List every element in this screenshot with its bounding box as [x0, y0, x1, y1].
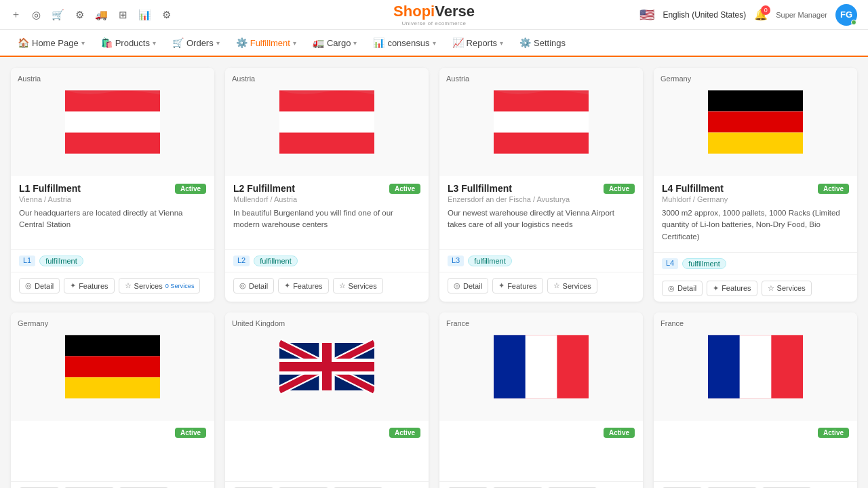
features-button[interactable]: ✦ Features	[707, 281, 757, 296]
svg-rect-5	[494, 111, 589, 132]
status-badge: Active	[818, 184, 849, 194]
card-flag-wrapper: France	[654, 312, 857, 421]
card-flag-wrapper: United Kingdom	[225, 312, 429, 421]
cards-grid: Austria L1 Fulfillment Active Vienna / A…	[11, 68, 857, 488]
card-flag-wrapper: Germany	[11, 312, 214, 421]
nav-products[interactable]: 🛍️ Products ▾	[94, 30, 163, 57]
nav-cargo[interactable]: 🚛 Cargo ▾	[306, 30, 363, 57]
circle-icon[interactable]: ◎	[32, 9, 41, 21]
card-country: Austria	[18, 75, 41, 83]
detail-button[interactable]: ◎ Detail	[662, 281, 703, 296]
nav-products-label: Products	[115, 38, 150, 48]
detail-button[interactable]: ◎ Detail	[19, 278, 60, 293]
card-flag-wrapper: Germany	[654, 68, 857, 176]
nav-fulfillment-label: Fulfillment	[250, 38, 290, 48]
nav-reports-label: Reports	[467, 38, 498, 48]
card-tags: L1 fulfillment	[11, 249, 214, 272]
card-actions: ◎ Detail ✦ Features ☆ Services	[439, 481, 643, 488]
settings-circle-icon[interactable]: ⚙	[75, 9, 84, 21]
chart-icon[interactable]: 📊	[138, 9, 151, 21]
nav-bar: 🏠 Home Page ▾ 🛍️ Products ▾ 🛒 Orders ▾ ⚙…	[0, 30, 868, 57]
status-badge: Active	[175, 184, 206, 194]
tag-id: L4	[662, 258, 678, 269]
card-location: Muhldorf / Germany	[662, 195, 849, 203]
card-actions: ◎ Detail ✦ Features ☆ Services	[225, 481, 429, 488]
cart-icon[interactable]: 🛒	[52, 9, 64, 21]
card-actions: ◎ Detail ✦ Features ☆ Services 0 Service…	[11, 272, 214, 299]
language-label[interactable]: English (United States)	[663, 10, 746, 20]
card-description: Our headquarters are located directly at…	[19, 207, 206, 240]
svg-rect-11	[65, 377, 160, 398]
truck-icon[interactable]: 🚚	[95, 9, 108, 21]
card-body: Active	[11, 421, 214, 481]
germany-flag-svg	[708, 88, 803, 156]
chevron-down-icon: ▾	[81, 39, 85, 47]
card-body: Active	[225, 421, 429, 481]
notification-bell[interactable]: 🔔 0	[754, 8, 768, 21]
card-tags: L4 fulfillment	[654, 252, 857, 274]
fulfillment-card-5: United Kingdom Active ◎ Detail ✦ Feature…	[225, 312, 429, 488]
plus-icon[interactable]: ＋	[11, 8, 21, 21]
nav-cargo-label: Cargo	[327, 38, 351, 48]
card-body: L3 Fullfillment Active Enzersdorf an der…	[439, 176, 643, 247]
features-icon: ✦	[498, 281, 505, 290]
svg-rect-7	[708, 111, 803, 132]
svg-rect-1	[65, 111, 160, 132]
nav-consensus[interactable]: 📊 consensus ▾	[366, 30, 442, 57]
card-title: L2 Fulfillment	[233, 183, 295, 194]
features-button[interactable]: ✦ Features	[64, 278, 114, 293]
detail-button[interactable]: ◎ Detail	[233, 278, 274, 293]
services-button[interactable]: ☆ Services	[762, 281, 812, 296]
card-country: Austria	[232, 75, 255, 83]
fulfillment-card-3: Germany L4 Fulfillment Active Muhldorf /…	[654, 68, 857, 302]
uk-flag-svg	[279, 333, 374, 401]
detail-button[interactable]: ◎ Detail	[448, 278, 488, 293]
card-body: Active	[439, 421, 643, 481]
main-content: Austria L1 Fulfillment Active Vienna / A…	[0, 57, 868, 488]
nav-reports[interactable]: 📈 Reports ▾	[446, 30, 511, 57]
nav-homepage-label: Home Page	[32, 38, 79, 48]
status-badge: Active	[389, 184, 420, 194]
nav-settings[interactable]: ⚙️ Settings	[513, 30, 572, 57]
services-button[interactable]: ☆ Services 0 Services	[119, 278, 201, 293]
features-button[interactable]: ✦ Features	[278, 278, 328, 293]
notification-badge: 0	[761, 5, 770, 15]
card-country: France	[446, 319, 469, 327]
fulfillment-icon: ⚙️	[236, 37, 248, 48]
card-description	[448, 442, 635, 474]
card-country: Germany	[18, 319, 48, 327]
card-title-row: L2 Fulfillment Active	[233, 183, 420, 194]
gear-icon[interactable]: ⚙	[162, 9, 171, 21]
avatar[interactable]: FG	[835, 4, 857, 26]
grid-icon[interactable]: ⊞	[119, 9, 127, 21]
services-button[interactable]: ☆ Services	[547, 278, 597, 293]
france-flag-svg	[494, 333, 589, 401]
svg-rect-10	[65, 356, 160, 377]
nav-orders-label: Orders	[186, 38, 214, 48]
card-flag-wrapper: Austria	[225, 68, 429, 176]
card-country: France	[660, 319, 684, 327]
top-bar: ＋ ◎ 🛒 ⚙ 🚚 ⊞ 📊 ⚙ ShopiVerse Universe of e…	[0, 0, 868, 30]
card-flag-wrapper: Austria	[439, 68, 643, 176]
card-title: L3 Fullfillment	[448, 183, 512, 194]
austria-flag-svg	[65, 88, 160, 156]
chevron-down-icon: ▾	[353, 39, 357, 47]
card-tags: L3 fulfillment	[439, 249, 643, 272]
nav-orders[interactable]: 🛒 Orders ▾	[165, 30, 226, 57]
services-button[interactable]: ☆ Services	[333, 278, 383, 293]
detail-icon: ◎	[454, 281, 460, 290]
fulfillment-card-6: France Active ◎ Detail ✦ Features ☆ Serv…	[439, 312, 643, 488]
nav-homepage[interactable]: 🏠 Home Page ▾	[11, 30, 92, 57]
status-badge: Active	[604, 184, 635, 194]
card-title: L1 Fulfillment	[19, 183, 81, 194]
status-badge: Active	[604, 428, 635, 438]
orders-icon: 🛒	[172, 37, 184, 48]
nav-fulfillment[interactable]: ⚙️ Fulfillment ▾	[229, 30, 303, 57]
card-flag-wrapper: Austria	[11, 68, 214, 176]
services-icon: ☆	[553, 281, 560, 290]
features-button[interactable]: ✦ Features	[492, 278, 542, 293]
fulfillment-card-4: Germany Active ◎ Detail ✦ Features ☆ Ser…	[11, 312, 214, 488]
card-description	[662, 442, 849, 474]
tag-type: fulfillment	[682, 258, 726, 269]
home-icon: 🏠	[18, 37, 29, 48]
